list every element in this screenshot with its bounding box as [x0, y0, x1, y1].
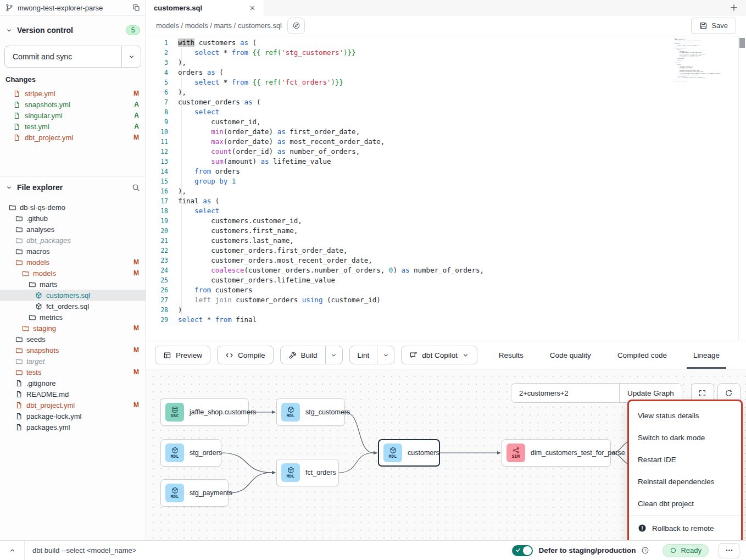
- chevron-down-icon[interactable]: [5, 27, 13, 34]
- check-icon: [515, 546, 521, 555]
- tab-lineage[interactable]: Lineage: [690, 341, 723, 369]
- change-row-snapshots-yml[interactable]: snapshots.ymlA: [0, 99, 146, 110]
- lint-options-caret[interactable]: [377, 346, 394, 364]
- tree-item-db-sl-qs-demo[interactable]: db-sl-qs-demo: [0, 202, 146, 213]
- compile-button[interactable]: Compile: [217, 346, 274, 364]
- folder-icon: [15, 259, 23, 266]
- copy-icon[interactable]: [132, 4, 140, 12]
- dbt-copilot-button-main[interactable]: dbt Copilot: [402, 346, 477, 364]
- tree-item-package-lock-yml[interactable]: package-lock.yml: [0, 411, 146, 422]
- tree-item-label: packages.yml: [26, 423, 139, 431]
- lint-button[interactable]: Lint: [349, 346, 395, 364]
- tab-code-quality[interactable]: Code quality: [547, 341, 594, 369]
- line-number: 5: [146, 77, 178, 87]
- code-line: 12 count(order_id) as number_of_orders,: [675, 55, 736, 57]
- lineage-edge: [345, 412, 374, 453]
- lineage-selector-input[interactable]: [511, 384, 619, 402]
- tree-item-gitignore[interactable]: .gitignore: [0, 378, 146, 389]
- tree-item-target[interactable]: target: [0, 356, 146, 367]
- tab-results[interactable]: Results: [496, 341, 527, 369]
- build-options-caret[interactable]: [325, 346, 342, 364]
- model-icon: [287, 406, 294, 413]
- status-badge[interactable]: Ready: [663, 544, 709, 557]
- menu-item-reinstall-dependencies[interactable]: Reinstall dependencies: [629, 470, 741, 492]
- change-row-singular-yml[interactable]: singular.ymlA: [0, 110, 146, 121]
- change-status-badge: A: [134, 101, 139, 108]
- lineage-node-stg-payments[interactable]: MDLstg_payments: [160, 479, 229, 507]
- file-icon: [13, 134, 20, 141]
- preview-button[interactable]: Preview: [155, 346, 210, 364]
- change-row-stripe-yml[interactable]: stripe.ymlM: [0, 88, 146, 99]
- new-tab-plus-icon[interactable]: [730, 3, 738, 12]
- tree-item-readme-md[interactable]: README.md: [0, 389, 146, 400]
- line-number: 7: [146, 97, 178, 107]
- lineage-node-stg-orders[interactable]: MDLstg_orders: [160, 439, 221, 467]
- tree-status-badge: M: [133, 269, 139, 277]
- lineage-node-customers[interactable]: MDLcustomers: [378, 439, 440, 467]
- tree-item-packages-yml[interactable]: packages.yml: [0, 422, 146, 433]
- tree-item-github[interactable]: .github: [0, 213, 146, 224]
- defer-toggle[interactable]: [512, 545, 533, 556]
- lint-button-main[interactable]: Lint: [350, 346, 377, 364]
- editor-scrollbar[interactable]: [738, 36, 746, 341]
- tree-item-fct-orders-sql[interactable]: fct_orders.sql: [0, 301, 146, 312]
- command-input[interactable]: dbt build --select <model_name>: [25, 546, 136, 555]
- tree-item-seeds[interactable]: seeds: [0, 334, 146, 345]
- tab-label: Lineage: [693, 351, 720, 359]
- tree-item-models[interactable]: modelsM: [0, 268, 146, 279]
- code-editor[interactable]: 1with customers as (2 select * from {{ r…: [146, 36, 746, 341]
- lineage-node-stg-customers[interactable]: MDLstg_customers: [276, 398, 345, 426]
- tree-item-dbt-project-yml[interactable]: dbt_project.ymlM: [0, 400, 146, 411]
- tree-item-metrics[interactable]: metrics: [0, 312, 146, 323]
- chevron-down-icon: [382, 352, 389, 359]
- tab-customers-sql[interactable]: customers.sql: [146, 0, 264, 15]
- tree-item-staging[interactable]: stagingM: [0, 323, 146, 334]
- breadcrumb: models / models / marts / customers.sql: [156, 21, 282, 30]
- tree-item-label: dbt_packages: [26, 236, 139, 245]
- tree-item-macros[interactable]: macros: [0, 246, 146, 257]
- folder-icon: [15, 369, 23, 376]
- commit-and-sync-button[interactable]: Commit and sync: [4, 46, 141, 68]
- chevron-down-icon[interactable]: [5, 184, 13, 191]
- tree-item-label: models: [26, 258, 130, 267]
- lineage-node-dim-customers-test-for-parse[interactable]: SEMdim_customers_test_for_parse: [502, 439, 611, 467]
- build-button-main[interactable]: Build: [281, 346, 325, 364]
- tab-compiled-code[interactable]: Compiled code: [614, 341, 670, 369]
- change-row-dbt-project-yml[interactable]: dbt_project.ymlM: [0, 132, 146, 143]
- tree-item-label: fct_orders.sql: [46, 302, 139, 311]
- line-number: 19: [146, 216, 178, 226]
- tree-item-analyses[interactable]: analyses: [0, 224, 146, 235]
- model-icon: [171, 487, 179, 494]
- tree-item-snapshots[interactable]: snapshotsM: [0, 345, 146, 356]
- menu-item-view-status-details[interactable]: View status details: [629, 404, 741, 426]
- ide-options-menu-annotated: View status detailsSwitch to dark modeRe…: [627, 400, 743, 540]
- tree-item-customers-sql[interactable]: customers.sql: [0, 290, 146, 301]
- menu-item-switch-to-dark-mode[interactable]: Switch to dark mode: [629, 426, 741, 448]
- expand-command-bar-button[interactable]: [0, 541, 25, 560]
- menu-item-restart-ide[interactable]: Restart IDE: [629, 448, 741, 470]
- commit-options-caret[interactable]: [121, 46, 141, 67]
- save-button[interactable]: Save: [691, 18, 736, 34]
- tree-item-tests[interactable]: testsM: [0, 367, 146, 378]
- lineage-panel[interactable]: SRCjaffle_shop.customersMDLstg_customers…: [146, 369, 746, 540]
- search-icon[interactable]: [132, 184, 140, 192]
- line-number: 21: [146, 236, 178, 246]
- close-icon[interactable]: [249, 4, 256, 12]
- compile-button-main[interactable]: Compile: [218, 346, 273, 364]
- menu-item-clean-dbt-project[interactable]: Clean dbt project: [629, 492, 741, 514]
- scrollbar-thumb[interactable]: [739, 38, 745, 48]
- lineage-node-fct-orders[interactable]: MDLfct_orders: [276, 459, 339, 486]
- change-row-test-yml[interactable]: test.ymlA: [0, 121, 146, 132]
- change-status-badge: M: [133, 90, 139, 97]
- build-button[interactable]: Build: [280, 346, 343, 364]
- help-icon[interactable]: ?: [641, 546, 649, 555]
- lineage-node-jaffle-shop-customers[interactable]: SRCjaffle_shop.customers: [160, 398, 249, 426]
- menu-item-rollback-to-remote[interactable]: Rollback to remote: [629, 517, 741, 539]
- tree-item-marts[interactable]: marts: [0, 279, 146, 290]
- open-in-explorer-button[interactable]: [287, 18, 305, 34]
- more-options-button[interactable]: [719, 543, 739, 558]
- tree-item-dbt-packages[interactable]: dbt_packages: [0, 235, 146, 246]
- preview-button-main[interactable]: Preview: [155, 346, 210, 364]
- dbt-copilot-button[interactable]: dbt Copilot: [401, 346, 477, 364]
- tree-item-models[interactable]: modelsM: [0, 257, 146, 268]
